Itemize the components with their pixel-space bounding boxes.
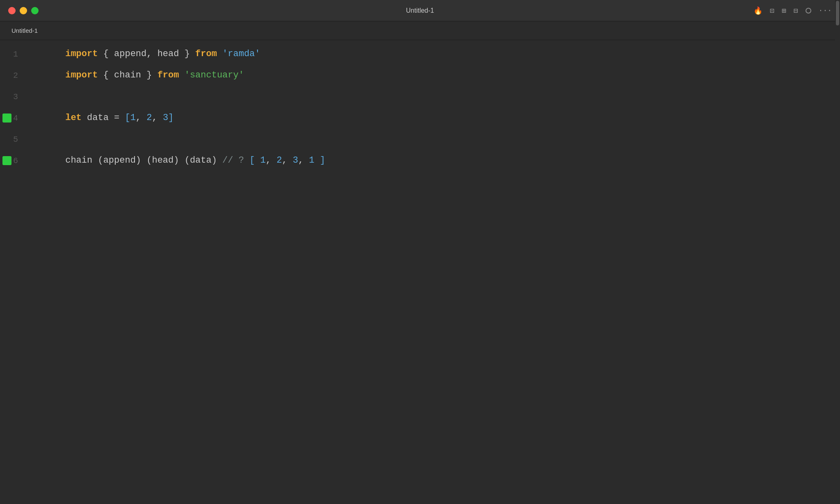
gutter-3: 3 [0,92,25,102]
punctuation: { [98,70,114,80]
code-line-4: 4 let data = [1, 2, 3] [0,107,840,129]
punctuation: } [179,49,195,59]
number-3: 3 [163,113,168,123]
keyword-import-2: import [65,70,98,80]
line-content-2[interactable]: import { chain } from 'sanctuary' [25,62,244,89]
scrollbar[interactable] [835,0,840,504]
gutter-2: 2 [0,71,25,80]
close-button[interactable] [8,7,16,14]
result-comma-3: , [298,155,309,166]
window-title: Untitled-1 [406,7,434,14]
tab-untitled[interactable]: Untitled-1 [7,25,43,36]
toolbar-right: 🔥 ⊡ ⊞ ⊟ ··· [753,6,832,15]
line-number-1: 1 [13,50,18,59]
line-number-6: 6 [13,156,18,166]
line-number-3: 3 [13,92,18,102]
identifier-append-head: append, head [114,49,179,59]
result-3: 3 [293,155,298,166]
result-4: 1 [309,155,314,166]
paren-2: ) ( [136,155,152,166]
number-1: 1 [130,113,136,123]
line-content-4[interactable]: let data = [1, 2, 3] [25,104,173,132]
maximize-button[interactable] [31,7,39,14]
code-line-6: 6 chain (append) (head) (data) // ? [ 1,… [0,150,840,171]
line-content-6[interactable]: chain (append) (head) (data) // ? [ 1, 2… [25,147,325,174]
keyword-import-1: import [65,49,98,59]
editor: 1 import { append, head } from 'ramda' 2… [0,40,840,171]
paren-4: ) [212,155,222,166]
split-editor-icon[interactable]: ⊡ [770,6,774,15]
circle-icon [806,8,811,14]
code-line-2: 2 import { chain } from 'sanctuary' [0,65,840,86]
minimize-button[interactable] [20,7,27,14]
line-number-5: 5 [13,135,18,144]
keyword-let: let [65,113,82,123]
punctuation: { [98,49,114,59]
func-data: data [190,155,212,166]
keyword-from-2: from [158,70,179,80]
line-number-4: 4 [13,114,18,123]
panel-icon[interactable]: ⊟ [794,6,798,15]
line-number-2: 2 [13,71,18,80]
traffic-lights [8,7,39,14]
identifier-chain: chain [114,70,141,80]
paren-1: ( [92,155,103,166]
string-sanctuary: 'sanctuary' [185,70,244,80]
result-comma-1: , [266,155,276,166]
func-head: head [152,155,173,166]
string-ramda: 'ramda' [222,49,260,59]
bracket-close: ] [168,113,173,123]
bracket-open: [ [125,113,130,123]
comment-inline: // ? [222,155,249,166]
title-bar: Untitled-1 🔥 ⊡ ⊞ ⊟ ··· [0,0,840,21]
result-1: 1 [260,155,266,166]
gutter-5: 5 [0,135,25,144]
func-append: append [103,155,136,166]
gutter-1: 1 [0,50,25,59]
punctuation [179,70,184,80]
punctuation [217,49,222,59]
comma-1: , [136,113,146,123]
breakpoint-4 [2,114,11,123]
tab-bar: Untitled-1 [0,21,840,40]
result-bracket-close: ] [315,155,325,166]
flame-icon[interactable]: 🔥 [753,6,762,15]
gutter-6: 6 [0,156,25,166]
func-chain: chain [65,155,92,166]
breakpoint-6 [2,156,11,165]
scrollbar-thumb[interactable] [836,1,839,25]
result-2: 2 [276,155,282,166]
number-2: 2 [146,113,152,123]
result-comma-2: , [282,155,292,166]
more-icon[interactable]: ··· [819,7,832,15]
keyword-from-1: from [195,49,217,59]
identifier-data: data = [82,113,125,123]
paren-3: ) ( [173,155,190,166]
gutter-4: 4 [0,114,25,123]
punctuation: } [141,70,158,80]
comma-2: , [152,113,162,123]
result-bracket-open: [ [249,155,260,166]
layout-icon[interactable]: ⊞ [782,6,786,15]
